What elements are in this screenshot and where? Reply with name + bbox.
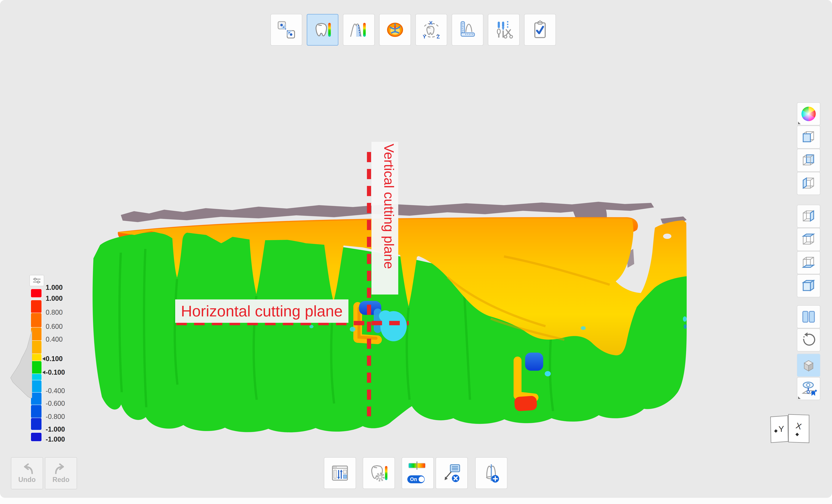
navigation-cube[interactable]: Y X xyxy=(771,414,812,446)
view-isometric-button[interactable] xyxy=(797,274,820,297)
toggle-on-label: On xyxy=(410,476,417,482)
submenu-indicator xyxy=(798,396,801,399)
color-scale-segment xyxy=(31,328,42,341)
xyz-rotation-icon: X Y Z xyxy=(421,20,442,40)
occlusion-analysis-button[interactable] xyxy=(379,14,411,46)
cube-left-icon xyxy=(800,175,817,192)
cube-back-icon xyxy=(800,151,817,169)
redo-button[interactable]: Redo xyxy=(45,457,77,489)
ruler-icon xyxy=(457,20,478,40)
nav-cube-x-label: X xyxy=(795,421,803,431)
vertical-cutting-plane-line xyxy=(367,152,371,416)
cube-bottom-icon xyxy=(800,254,817,271)
colormap-settings-icon xyxy=(368,463,389,484)
color-scale-value: 1.000 xyxy=(46,284,81,291)
reset-rotation-button[interactable] xyxy=(797,329,820,352)
occlusion-icon xyxy=(385,20,406,40)
nav-cube-face-y[interactable]: Y xyxy=(770,415,788,443)
orientation-xyz-button[interactable]: X Y Z xyxy=(415,14,447,46)
redo-label: Redo xyxy=(52,476,70,484)
view-top-button[interactable] xyxy=(797,228,820,251)
display-panel-icon xyxy=(329,463,350,484)
viewpoint-icon xyxy=(800,380,817,397)
svg-text:Y: Y xyxy=(423,34,426,39)
undo-label: Undo xyxy=(18,476,36,484)
nav-cube-y-label: Y xyxy=(778,424,784,434)
undo-icon xyxy=(19,463,35,474)
color-scale-value: 0.800 xyxy=(46,308,81,316)
axis-diamond-marker xyxy=(796,433,799,436)
split-view-button[interactable] xyxy=(797,305,820,328)
cube-front-icon xyxy=(800,129,817,146)
color-scale-value: -0.800 xyxy=(46,413,81,421)
report-checklist-button[interactable] xyxy=(524,14,556,46)
color-scale-value: -0.100 xyxy=(46,368,81,376)
split-view-icon xyxy=(800,308,817,326)
deviation-histogram xyxy=(10,329,32,399)
view-front-button[interactable] xyxy=(797,125,820,148)
axis-diamond-marker xyxy=(774,429,777,433)
color-scale-segment xyxy=(31,361,42,374)
color-scale-value: 0.400 xyxy=(46,335,81,343)
cube-right-icon xyxy=(800,207,817,225)
view-left-button[interactable] xyxy=(797,172,820,195)
trim-tools-icon xyxy=(493,20,514,40)
svg-text:X: X xyxy=(429,20,433,26)
delete-label-icon xyxy=(441,463,462,484)
cross-section-colormap-button[interactable] xyxy=(343,14,375,46)
projection-cube-icon xyxy=(800,357,817,374)
horizontal-cutting-plane-text: Horizontal cutting plane xyxy=(181,302,343,320)
color-scale-bar xyxy=(31,273,42,454)
color-scale-segment xyxy=(31,433,42,441)
color-scale-segment xyxy=(31,393,42,405)
color-scale-segment xyxy=(31,300,42,313)
color-scale-segment xyxy=(31,289,42,297)
color-wheel-icon xyxy=(800,105,817,122)
color-scale-segment xyxy=(31,313,42,328)
delete-data-labels-button[interactable] xyxy=(436,457,468,489)
data-alignment-icon xyxy=(276,20,297,40)
colormap-settings-button[interactable] xyxy=(363,457,395,489)
display-settings-button[interactable] xyxy=(324,457,356,489)
color-scale-legend: 1.0001.0000.8000.6000.4000.100-0.100-0.4… xyxy=(28,273,100,454)
color-scale-segment xyxy=(31,354,42,361)
profile-colormap-icon xyxy=(348,20,369,40)
color-scale-segment xyxy=(31,374,42,380)
cube-top-icon xyxy=(800,231,817,248)
colorbar-on-toggle[interactable]: On xyxy=(407,475,425,483)
colormap-comparison-button[interactable] xyxy=(307,14,338,46)
view-bottom-button[interactable] xyxy=(797,251,820,274)
trim-tools-button[interactable] xyxy=(488,14,520,46)
scale-range-marker[interactable] xyxy=(42,370,45,374)
page-bottom-strip xyxy=(0,498,832,504)
reset-rotation-icon xyxy=(800,331,817,348)
color-scale-segment xyxy=(31,405,42,418)
measurement-button[interactable] xyxy=(452,14,484,46)
color-wheel-button[interactable] xyxy=(797,102,820,125)
view-back-button[interactable] xyxy=(797,149,820,172)
color-scale-segment xyxy=(31,380,42,393)
nav-cube-face-x[interactable]: X xyxy=(788,414,809,443)
svg-text:Z: Z xyxy=(437,34,440,39)
view-right-button[interactable] xyxy=(797,205,820,228)
vertical-cutting-plane-label: Vertical cutting plane xyxy=(371,142,398,295)
checklist-icon xyxy=(530,20,550,40)
color-scale-value: -0.400 xyxy=(46,387,81,395)
application-canvas: Vertical cutting plane Horizontal cuttin… xyxy=(0,0,832,498)
scale-range-marker[interactable] xyxy=(42,357,45,361)
add-section-icon xyxy=(481,463,502,484)
add-cross-section-button[interactable] xyxy=(475,457,508,489)
vertical-cutting-plane-text: Vertical cutting plane xyxy=(381,144,397,269)
redo-icon xyxy=(53,463,69,474)
color-scale-value: -0.600 xyxy=(46,399,81,408)
color-scale-value: 0.100 xyxy=(46,355,81,363)
data-alignment-button[interactable] xyxy=(270,14,302,46)
color-scale-segment xyxy=(31,418,42,430)
submenu-indicator xyxy=(798,122,801,124)
colorbar-toggle-button[interactable]: On xyxy=(402,457,434,489)
projection-mode-button[interactable] xyxy=(797,354,820,377)
color-scale-value: -1.000 xyxy=(46,436,81,443)
undo-button[interactable]: Undo xyxy=(11,457,43,489)
toggle-knob xyxy=(419,476,424,482)
save-viewpoint-button[interactable] xyxy=(797,377,820,400)
